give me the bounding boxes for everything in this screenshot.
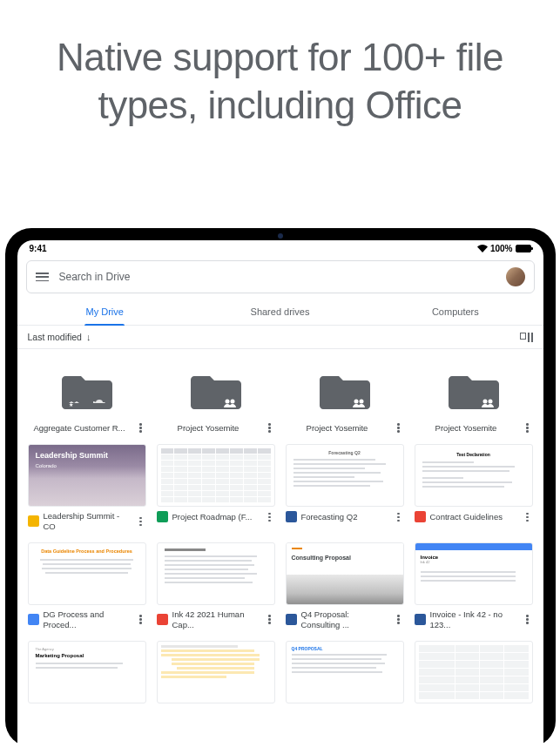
word-icon xyxy=(415,614,426,625)
file-item[interactable] xyxy=(415,641,533,705)
wifi-icon xyxy=(477,245,488,252)
file-thumbnail: InvoiceInk 42 xyxy=(415,542,533,605)
tablet-frame: 9:41 100% Search in Drive My Drive Share… xyxy=(5,228,556,747)
folder-icon: ★ xyxy=(62,371,112,411)
folder-item[interactable]: ★ Aggregate Customer R... xyxy=(28,361,146,435)
menu-icon[interactable] xyxy=(36,273,49,281)
svg-point-2 xyxy=(230,400,234,404)
folder-icon xyxy=(320,371,370,411)
file-item[interactable]: Q4 PROPOSAL xyxy=(286,641,404,705)
file-item[interactable]: Leadership SummitColorado Leadership Sum… xyxy=(28,444,146,534)
file-item[interactable]: The AgencyMarketing Proposal xyxy=(28,641,146,705)
word-icon xyxy=(286,511,297,522)
file-thumbnail xyxy=(157,444,275,507)
folder-label: Project Yosemite xyxy=(157,423,260,433)
sort-label: Last modified xyxy=(28,332,82,342)
svg-point-6 xyxy=(488,400,492,404)
file-label: Project Roadmap (F... xyxy=(172,512,260,522)
file-thumbnail: Q4 PROPOSAL xyxy=(286,641,404,703)
slides-icon xyxy=(28,515,39,527)
folder-label: Aggregate Customer R... xyxy=(28,423,132,433)
more-icon[interactable] xyxy=(523,513,533,522)
file-label: Q4 Proposal: Consulting ... xyxy=(301,609,389,629)
file-thumbnail: Test Declaration xyxy=(415,444,533,507)
folder-item[interactable]: Project Yosemite xyxy=(157,361,275,435)
more-icon[interactable] xyxy=(136,517,146,527)
more-icon[interactable] xyxy=(394,615,404,624)
status-bar: 9:41 100% xyxy=(17,240,543,255)
svg-point-4 xyxy=(359,400,363,404)
docs-icon xyxy=(28,614,39,625)
battery-icon xyxy=(516,245,531,252)
avatar[interactable] xyxy=(506,267,525,286)
file-label: Ink 42 2021 Human Cap... xyxy=(172,609,260,629)
file-grid: ★ Aggregate Customer R... Project Yosemi… xyxy=(17,349,543,747)
file-label: Leadership Summit - CO xyxy=(44,511,132,531)
tab-shared-drives[interactable]: Shared drives xyxy=(192,299,368,325)
more-icon[interactable] xyxy=(265,423,275,433)
svg-point-3 xyxy=(354,400,358,404)
file-thumbnail: Leadership SummitColorado xyxy=(28,444,146,507)
file-label: Contract Guidelines xyxy=(430,512,518,522)
folder-icon xyxy=(191,371,241,411)
file-item[interactable]: InvoiceInk 42 Invoice - Ink 42 - no 123.… xyxy=(415,542,533,632)
word-icon xyxy=(286,614,297,625)
file-thumbnail: The AgencyMarketing Proposal xyxy=(28,641,146,703)
more-icon[interactable] xyxy=(265,513,275,522)
tab-computers[interactable]: Computers xyxy=(368,299,543,325)
file-thumbnail: Forecasting Q2 xyxy=(286,444,404,507)
folder-item[interactable]: Project Yosemite xyxy=(286,361,404,435)
status-time: 9:41 xyxy=(30,244,47,253)
file-item[interactable]: Test Declaration Contract Guidelines xyxy=(415,444,533,534)
pdf-icon xyxy=(415,511,426,522)
sheets-icon xyxy=(157,511,168,522)
svg-point-5 xyxy=(482,400,487,404)
file-thumbnail xyxy=(157,641,275,703)
file-item[interactable]: Consulting Proposal Q4 Proposal: Consult… xyxy=(286,542,404,632)
file-item[interactable]: Forecasting Q2 Forecasting Q2 xyxy=(286,444,404,534)
arrow-down-icon: ↓ xyxy=(86,332,91,342)
search-input[interactable]: Search in Drive xyxy=(59,271,496,283)
file-label: DG Process and Proced... xyxy=(44,609,132,629)
file-thumbnail: Consulting Proposal xyxy=(286,542,404,605)
file-label: Invoice - Ink 42 - no 123... xyxy=(430,609,518,629)
pdf-icon xyxy=(157,614,168,625)
more-icon[interactable] xyxy=(394,513,404,522)
file-item[interactable] xyxy=(157,641,275,705)
folder-icon xyxy=(449,371,499,411)
more-icon[interactable] xyxy=(265,615,275,624)
tab-bar: My Drive Shared drives Computers xyxy=(17,299,543,326)
file-thumbnail xyxy=(415,641,533,703)
file-thumbnail: Data Guideline Process and Procedures xyxy=(28,542,146,605)
more-icon[interactable] xyxy=(136,615,146,624)
more-icon[interactable] xyxy=(523,423,533,433)
marketing-headline: Native support for 100+ file types, incl… xyxy=(0,0,560,129)
battery-percent: 100% xyxy=(490,244,513,253)
camera-notch xyxy=(278,233,283,239)
file-item[interactable]: Data Guideline Process and Procedures DG… xyxy=(28,542,146,632)
more-icon[interactable] xyxy=(523,615,533,624)
file-label: Forecasting Q2 xyxy=(301,512,389,522)
svg-point-1 xyxy=(225,400,229,404)
file-item[interactable]: Project Roadmap (F... xyxy=(157,444,275,534)
more-icon[interactable] xyxy=(394,423,404,433)
search-bar[interactable]: Search in Drive xyxy=(26,260,535,293)
file-item[interactable]: Ink 42 2021 Human Cap... xyxy=(157,542,275,632)
folder-label: Project Yosemite xyxy=(415,423,518,433)
tablet-screen: 9:41 100% Search in Drive My Drive Share… xyxy=(17,240,543,747)
folder-item[interactable]: Project Yosemite xyxy=(415,361,533,435)
tab-my-drive[interactable]: My Drive xyxy=(17,299,192,325)
folder-label: Project Yosemite xyxy=(286,423,389,433)
filter-bar: Last modified ↓ xyxy=(17,326,543,349)
sort-button[interactable]: Last modified ↓ xyxy=(28,332,91,342)
svg-text:★: ★ xyxy=(69,402,73,407)
file-thumbnail xyxy=(157,542,275,605)
view-toggle-icon[interactable] xyxy=(520,333,533,342)
more-icon[interactable] xyxy=(136,423,146,433)
